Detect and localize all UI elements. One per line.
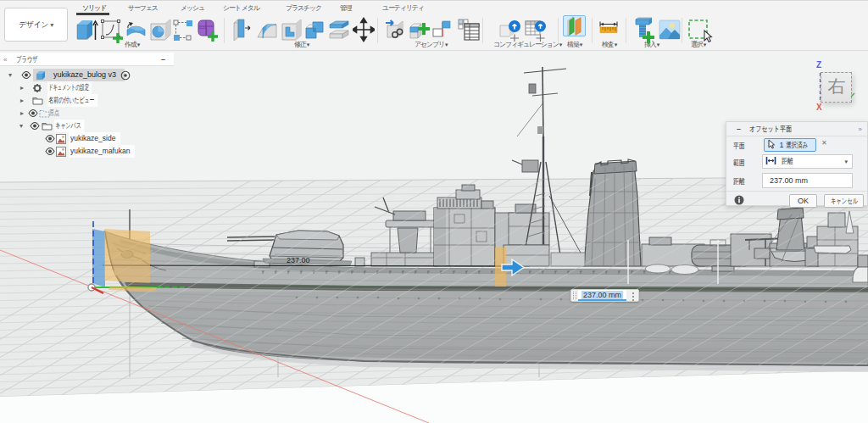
svg-text:237.00: 237.00 [287, 256, 310, 264]
svg-text:Z: Z [816, 60, 821, 70]
svg-text:X: X [816, 103, 822, 110]
